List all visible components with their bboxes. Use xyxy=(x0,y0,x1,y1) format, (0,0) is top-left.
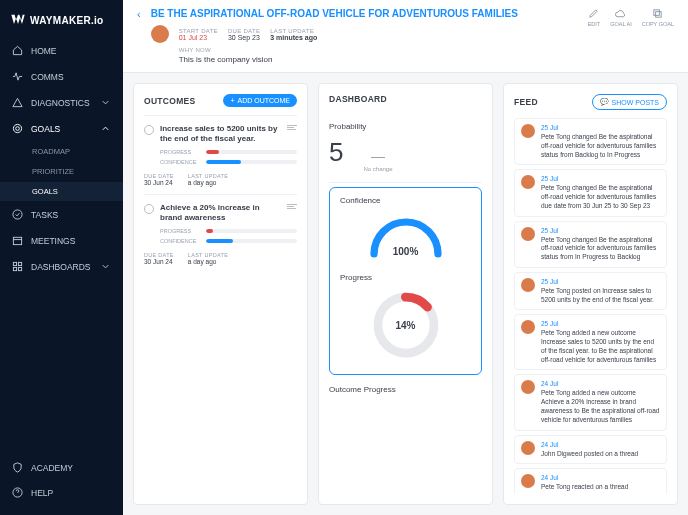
svg-rect-6 xyxy=(13,267,16,270)
shield-icon xyxy=(12,462,23,473)
feed-item[interactable]: 25 JulPete Tong added a new outcome Incr… xyxy=(514,314,667,370)
feed-avatar xyxy=(521,124,535,138)
outcome-title: Achieve a 20% increase in brand awarenes… xyxy=(160,203,281,224)
edit-button[interactable]: EDIT xyxy=(588,8,601,27)
outcome-progress-label: Outcome Progress xyxy=(329,375,482,394)
bars-icon[interactable] xyxy=(287,125,297,130)
copy-goal-button[interactable]: COPY GOAL xyxy=(642,8,674,27)
progress-bar xyxy=(206,229,297,233)
nav-comms[interactable]: COMMS xyxy=(0,64,123,89)
svg-point-0 xyxy=(13,124,21,132)
confidence-label: CONFIDENCE xyxy=(160,159,202,165)
feed-avatar xyxy=(521,175,535,189)
owner-avatar[interactable] xyxy=(151,25,169,43)
feed-list[interactable]: 25 JulPete Tong changed Be the aspiratio… xyxy=(514,118,667,494)
feed-item[interactable]: 25 JulPete Tong changed Be the aspiratio… xyxy=(514,221,667,268)
outcome-card[interactable]: Increase sales to 5200 units by the end … xyxy=(144,115,297,194)
feed-avatar xyxy=(521,227,535,241)
outcome-radio[interactable] xyxy=(144,204,154,214)
bars-icon[interactable] xyxy=(287,204,297,209)
feed-text: Pete Tong changed Be the aspirational of… xyxy=(541,184,660,210)
dashboard-highlighted: Confidence 100% Progress 14% xyxy=(329,187,482,375)
progress-label: PROGRESS xyxy=(160,228,202,234)
nav: HOME COMMS DIAGNOSTICS GOALS ROADMAP PRI… xyxy=(0,38,123,515)
nav-help[interactable]: HELP xyxy=(0,480,123,505)
pulse-icon xyxy=(12,71,23,82)
back-button[interactable]: ‹ xyxy=(137,8,141,20)
last-update-value: 3 minutes ago xyxy=(270,34,317,41)
nav-goals-sub[interactable]: GOALS xyxy=(0,182,123,201)
grid-icon xyxy=(12,261,23,272)
feed-text: Pete Tong reacted on a thread xyxy=(541,483,660,492)
show-posts-button[interactable]: 💬 SHOW POSTS xyxy=(592,94,667,110)
chevron-up-icon xyxy=(100,123,111,134)
nav-academy[interactable]: ACADEMY xyxy=(0,455,123,480)
feed-item[interactable]: 24 JulPete Tong added a new outcome Achi… xyxy=(514,374,667,430)
feed-text: Pete Tong posted on Increase sales to 52… xyxy=(541,287,660,305)
sidebar: WAYMAKER.io HOME COMMS DIAGNOSTICS GOALS… xyxy=(0,0,123,515)
feed-text: Pete Tong added a new outcome Achieve a … xyxy=(541,389,660,424)
confidence-bar xyxy=(206,160,297,164)
confidence-label: Confidence xyxy=(340,196,471,205)
dashboard-panel: DASHBOARD Probability 5 —No change Confi… xyxy=(318,83,493,505)
change-label: No change xyxy=(363,166,392,172)
feed-item[interactable]: 25 JulPete Tong posted on Increase sales… xyxy=(514,272,667,311)
why-now-text: This is the company vision xyxy=(179,55,578,64)
nav-prioritize[interactable]: PRIORITIZE xyxy=(0,162,123,181)
nav-home[interactable]: HOME xyxy=(0,38,123,63)
outcome-card[interactable]: Achieve a 20% increase in brand awarenes… xyxy=(144,194,297,273)
nav-goals[interactable]: GOALS xyxy=(0,116,123,141)
feed-avatar xyxy=(521,380,535,394)
outcomes-panel: OUTCOMES + ADD OUTCOME Increase sales to… xyxy=(133,83,308,505)
check-icon xyxy=(12,209,23,220)
feed-avatar xyxy=(521,320,535,334)
probability-label: Probability xyxy=(329,122,482,131)
confidence-label: CONFIDENCE xyxy=(160,238,202,244)
svg-point-1 xyxy=(16,127,20,131)
progress-donut: 14% xyxy=(371,290,441,360)
outcome-radio[interactable] xyxy=(144,125,154,135)
feed-item[interactable]: 25 JulPete Tong changed Be the aspiratio… xyxy=(514,169,667,216)
feed-text: Pete Tong added a new outcome Increase s… xyxy=(541,329,660,364)
goal-ai-button[interactable]: GOAL AI xyxy=(610,8,632,27)
feed-date: 25 Jul xyxy=(541,175,660,182)
feed-panel: FEED 💬 SHOW POSTS 25 JulPete Tong change… xyxy=(503,83,678,505)
svg-rect-3 xyxy=(13,237,21,244)
target-icon xyxy=(12,123,23,134)
feed-date: 25 Jul xyxy=(541,227,660,234)
feed-avatar xyxy=(521,474,535,488)
probability-value: 5 xyxy=(329,137,343,168)
feed-date: 25 Jul xyxy=(541,124,660,131)
nav-diagnostics[interactable]: DIAGNOSTICS xyxy=(0,90,123,115)
feed-item[interactable]: 24 JulPete Tong reacted on a thread xyxy=(514,468,667,494)
feed-item[interactable]: 24 JulJohn Digweed posted on a thread xyxy=(514,435,667,465)
feed-date: 25 Jul xyxy=(541,320,660,327)
svg-rect-4 xyxy=(13,262,16,265)
feed-avatar xyxy=(521,441,535,455)
feed-text: Pete Tong changed Be the aspirational of… xyxy=(541,236,660,262)
feed-text: Pete Tong changed Be the aspirational of… xyxy=(541,133,660,159)
nav-dashboards[interactable]: DASHBOARDS xyxy=(0,254,123,279)
help-icon xyxy=(12,487,23,498)
svg-point-2 xyxy=(13,210,22,219)
progress-label: Progress xyxy=(340,273,471,282)
header-actions: EDIT GOAL AI COPY GOAL xyxy=(588,8,674,27)
outcomes-title: OUTCOMES xyxy=(144,96,196,106)
main: ‹ BE THE ASPIRATIONAL OFF-ROAD VEHICLE F… xyxy=(123,0,688,515)
due-date-value: 30 Sep 23 xyxy=(228,34,260,41)
nav-meetings[interactable]: MEETINGS xyxy=(0,228,123,253)
feed-date: 24 Jul xyxy=(541,380,660,387)
feed-title: FEED xyxy=(514,97,538,107)
cloud-icon xyxy=(615,8,626,19)
chevron-down-icon xyxy=(100,261,111,272)
feed-item[interactable]: 25 JulPete Tong changed Be the aspiratio… xyxy=(514,118,667,165)
pencil-icon xyxy=(588,8,599,19)
confidence-bar xyxy=(206,239,297,243)
outcome-title: Increase sales to 5200 units by the end … xyxy=(160,124,281,145)
nav-tasks[interactable]: TASKS xyxy=(0,202,123,227)
nav-roadmap[interactable]: ROADMAP xyxy=(0,142,123,161)
brand-text: WAYMAKER.io xyxy=(30,15,104,26)
feed-date: 25 Jul xyxy=(541,278,660,285)
progress-label: PROGRESS xyxy=(160,149,202,155)
add-outcome-button[interactable]: + ADD OUTCOME xyxy=(223,94,297,107)
